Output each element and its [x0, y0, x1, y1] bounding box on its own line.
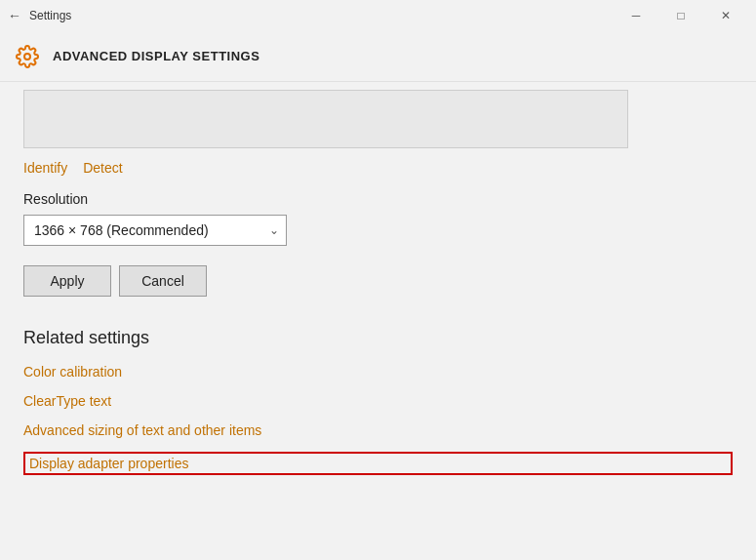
content-area: Identify Detect Resolution 1366 × 768 (R…	[0, 82, 756, 560]
svg-point-0	[24, 54, 30, 60]
gear-icon	[16, 45, 39, 68]
settings-window: ← Settings ─ □ ✕ ADVANCED DISPLAY SETTIN…	[0, 0, 756, 560]
detect-link[interactable]: Detect	[83, 160, 122, 176]
title-bar-controls: ─ □ ✕	[614, 0, 748, 31]
header-bar: ADVANCED DISPLAY SETTINGS	[0, 31, 756, 82]
title-bar-left: ← Settings	[8, 8, 71, 23]
resolution-label: Resolution	[23, 191, 733, 207]
advanced-sizing-link[interactable]: Advanced sizing of text and other items	[23, 422, 733, 438]
title-bar: ← Settings ─ □ ✕	[0, 0, 756, 31]
resolution-select-wrapper: 1366 × 768 (Recommended) 1280 × 720 1024…	[23, 215, 287, 246]
related-settings-title: Related settings	[23, 328, 733, 348]
back-button[interactable]: ←	[8, 8, 21, 23]
minimize-button[interactable]: ─	[614, 0, 658, 31]
cancel-button[interactable]: Cancel	[119, 265, 207, 297]
buttons-row: Apply Cancel	[23, 265, 733, 297]
page-title: ADVANCED DISPLAY SETTINGS	[53, 49, 259, 63]
cleartype-text-link[interactable]: ClearType text	[23, 393, 733, 409]
main-content: Identify Detect Resolution 1366 × 768 (R…	[0, 148, 756, 487]
close-button[interactable]: ✕	[703, 0, 748, 31]
color-calibration-link[interactable]: Color calibration	[23, 364, 733, 380]
maximize-button[interactable]: □	[658, 0, 703, 31]
display-adapter-properties-link[interactable]: Display adapter properties	[23, 452, 733, 475]
window-title: Settings	[29, 9, 71, 22]
apply-button[interactable]: Apply	[23, 265, 111, 297]
identify-detect-row: Identify Detect	[23, 160, 733, 176]
display-preview	[23, 90, 628, 148]
identify-link[interactable]: Identify	[23, 160, 67, 176]
related-links: Color calibration ClearType text Advance…	[23, 364, 733, 475]
resolution-select[interactable]: 1366 × 768 (Recommended) 1280 × 720 1024…	[23, 215, 287, 246]
